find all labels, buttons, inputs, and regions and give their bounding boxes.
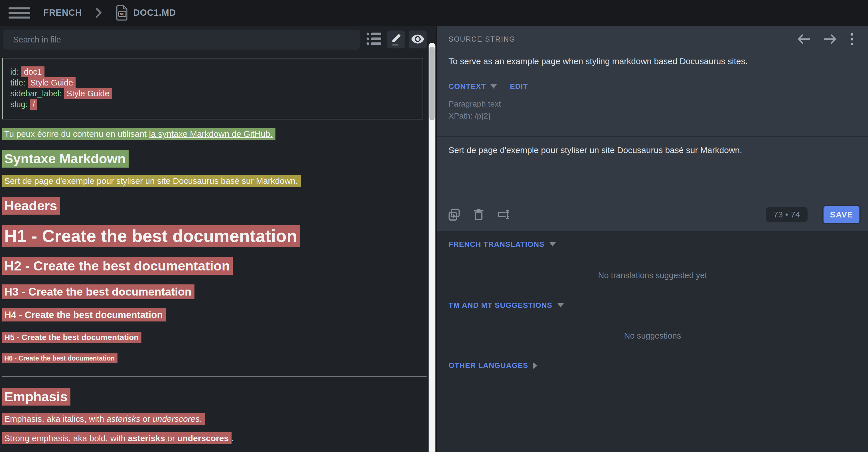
- doc-text: or: [165, 433, 177, 443]
- doc-block: Emphasis: [2, 389, 428, 405]
- document-content: id: doc1title: Style Guidesidebar_label:…: [2, 58, 428, 443]
- doc-string[interactable]: H1 - Create the best documentation: [2, 225, 300, 247]
- doc-text: Emphasis, aka italics, with: [4, 414, 106, 423]
- breadcrumb-file[interactable]: DOC1.MD: [133, 8, 176, 18]
- doc-text: Tu peux écrire du contenu en utilisant: [4, 129, 149, 138]
- source-string-text: To serve as an example page when styling…: [448, 57, 857, 66]
- source-string-section: SOURCE STRING To serve as an example pag…: [437, 26, 868, 231]
- doc-block: Tu peux écrire du contenu en utilisant l…: [2, 129, 428, 139]
- chevron-right-icon: [95, 7, 102, 19]
- frontmatter-key: id:: [10, 67, 21, 76]
- doc-block: H1 - Create the best documentation: [2, 226, 428, 246]
- doc-text: H2 - Create the best documentation: [4, 258, 230, 273]
- doc-text: underscores: [177, 433, 229, 443]
- trash-icon[interactable]: [472, 208, 485, 221]
- frontmatter-key: slug:: [10, 100, 30, 109]
- doc-text: .: [199, 414, 202, 423]
- frontmatter-line: title: Style Guide: [10, 77, 417, 88]
- doc-block: H3 - Create the best documentation: [2, 286, 428, 298]
- tm-mt-suggestions-header[interactable]: TM AND MT SUGGESTIONS: [448, 301, 564, 310]
- scrollbar-track[interactable]: [429, 43, 435, 452]
- context-type: Paragraph text: [448, 98, 501, 110]
- frontmatter-line: sidebar_label: Style Guide: [10, 88, 417, 99]
- doc-block: H4 - Create the best documentation: [2, 310, 428, 320]
- doc-text: H1 - Create the best documentation: [4, 226, 297, 246]
- doc-text: H5 - Create the best documentation: [4, 333, 138, 342]
- doc-string[interactable]: Syntaxe Markdown: [2, 150, 129, 168]
- frontmatter-key: sidebar_label:: [10, 89, 64, 98]
- top-bar: FRENCH M↓ DOC1.MD: [0, 0, 868, 26]
- scrollbar-thumb[interactable]: [429, 47, 435, 120]
- doc-string[interactable]: Emphasis: [2, 388, 70, 406]
- doc-text: Emphasis: [4, 389, 68, 404]
- doc-block: H6 - Create the best documentation: [2, 355, 428, 362]
- doc-string[interactable]: Headers: [2, 197, 60, 215]
- french-translations-header[interactable]: FRENCH TRANSLATIONS: [448, 240, 556, 249]
- char-counter: 73 • 74: [766, 207, 808, 222]
- doc-block: H2 - Create the best documentation: [2, 258, 428, 273]
- doc-string[interactable]: Style Guide: [64, 88, 112, 99]
- doc-string[interactable]: /: [30, 99, 37, 110]
- horizontal-rule: [2, 376, 427, 377]
- chevron-right-icon: [533, 362, 537, 369]
- eye-icon: [411, 33, 425, 46]
- doc-string[interactable]: Emphasis, aka italics, with asterisks or…: [2, 413, 205, 425]
- doc-string[interactable]: doc1: [21, 66, 44, 77]
- doc-link: la syntaxe Markdown de GitHub.: [149, 129, 273, 138]
- search-input[interactable]: [3, 30, 360, 50]
- svg-text:M↓: M↓: [120, 12, 125, 16]
- doc-string[interactable]: Style Guide: [28, 77, 75, 88]
- translations-empty-message: No translations suggested yet: [437, 271, 868, 280]
- edit-context-button[interactable]: EDIT: [510, 82, 528, 91]
- doc-block: Headers: [2, 198, 428, 214]
- frontmatter-block: id: doc1title: Style Guidesidebar_label:…: [2, 58, 423, 120]
- doc-text: H3 - Create the best documentation: [4, 286, 192, 298]
- markdown-file-icon: M↓: [116, 5, 129, 21]
- doc-block: Strong emphasis, aka bold, with asterisk…: [2, 433, 428, 443]
- doc-string[interactable]: H4 - Create the best documentation: [2, 309, 166, 321]
- suggestions-section: FRENCH TRANSLATIONS No translations sugg…: [437, 231, 868, 452]
- doc-text: Sert de page d'exemple pour styliser un …: [4, 176, 298, 186]
- doc-string[interactable]: Tu peux écrire du contenu en utilisant l…: [2, 128, 275, 140]
- chevron-down-icon: [491, 84, 497, 89]
- doc-text: asterisks: [128, 433, 165, 443]
- save-button[interactable]: SAVE: [824, 206, 860, 223]
- other-languages-header[interactable]: OTHER LANGUAGES: [448, 361, 537, 370]
- doc-string[interactable]: Strong emphasis, aka bold, with asterisk…: [2, 432, 231, 444]
- preview-mode-button[interactable]: [409, 31, 427, 49]
- copy-source-icon[interactable]: [447, 208, 461, 221]
- chevron-down-icon: [557, 303, 564, 308]
- next-string-button[interactable]: [823, 33, 837, 45]
- translation-panel: SOURCE STRING To serve as an example pag…: [437, 26, 868, 452]
- doc-string[interactable]: Sert de page d'exemple pour styliser un …: [2, 175, 301, 187]
- doc-string[interactable]: H6 - Create the best documentation: [2, 353, 118, 363]
- doc-text: underscores: [153, 414, 199, 423]
- doc-block: Emphasis, aka italics, with asterisks or…: [2, 414, 428, 424]
- list-icon[interactable]: [366, 31, 382, 47]
- breadcrumb-project[interactable]: FRENCH: [43, 8, 82, 18]
- editor-panel: id: doc1title: Style Guidesidebar_label:…: [0, 26, 436, 452]
- frontmatter-line: id: doc1: [10, 66, 417, 77]
- context-xpath: XPath: /p[2]: [448, 110, 501, 122]
- doc-block: H5 - Create the best documentation: [2, 333, 428, 342]
- previous-string-button[interactable]: [797, 33, 811, 45]
- chevron-down-icon: [550, 242, 556, 247]
- context-dropdown[interactable]: CONTEXT: [448, 82, 497, 91]
- menu-icon[interactable]: [8, 4, 30, 21]
- frontmatter-key: title:: [10, 78, 28, 87]
- text-cursor-icon[interactable]: [496, 208, 510, 221]
- tm-empty-message: No suggestions: [437, 331, 868, 341]
- doc-string[interactable]: H3 - Create the best documentation: [2, 284, 194, 299]
- doc-text: H6 - Create the best documentation: [4, 355, 115, 362]
- context-details: Paragraph text XPath: /p[2]: [448, 98, 501, 122]
- doc-block: Sert de page d'exemple pour styliser un …: [2, 176, 428, 186]
- doc-text: Strong emphasis, aka bold, with: [4, 433, 128, 443]
- edit-mode-button[interactable]: [387, 31, 405, 49]
- doc-text: asterisks: [106, 414, 140, 423]
- doc-block: Syntaxe Markdown: [2, 151, 428, 166]
- frontmatter-line: slug: /: [10, 99, 417, 110]
- doc-string[interactable]: H5 - Create the best documentation: [2, 332, 142, 343]
- kebab-menu-icon[interactable]: [849, 32, 854, 46]
- doc-string[interactable]: H2 - Create the best documentation: [2, 257, 233, 275]
- translation-input[interactable]: Sert de page d'exemple pour styliser un …: [448, 146, 857, 155]
